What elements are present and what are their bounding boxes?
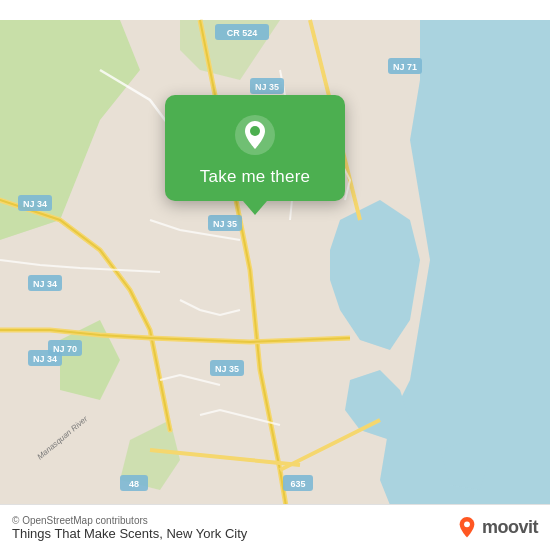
- moovit-brand-text: moovit: [482, 517, 538, 538]
- location-pin-icon: [233, 113, 277, 157]
- svg-point-25: [250, 126, 260, 136]
- svg-point-26: [464, 521, 470, 527]
- bottom-bar: © OpenStreetMap contributors Things That…: [0, 504, 550, 550]
- svg-text:NJ 34: NJ 34: [23, 199, 47, 209]
- svg-text:48: 48: [129, 479, 139, 489]
- moovit-pin-icon: [456, 517, 478, 539]
- svg-text:NJ 35: NJ 35: [213, 219, 237, 229]
- svg-text:CR 524: CR 524: [227, 28, 258, 38]
- svg-text:NJ 35: NJ 35: [215, 364, 239, 374]
- svg-text:NJ 35: NJ 35: [255, 82, 279, 92]
- popup-card[interactable]: Take me there: [165, 95, 345, 201]
- map-background: CR 524 NJ 71 NJ 35 NJ 34 NJ 34 NJ 35 NJ …: [0, 0, 550, 550]
- svg-text:NJ 34: NJ 34: [33, 279, 57, 289]
- map-attribution: © OpenStreetMap contributors: [12, 515, 247, 526]
- svg-text:NJ 71: NJ 71: [393, 62, 417, 72]
- svg-text:635: 635: [290, 479, 305, 489]
- place-name: Things That Make Scents, New York City: [12, 526, 247, 541]
- map-container: CR 524 NJ 71 NJ 35 NJ 34 NJ 34 NJ 35 NJ …: [0, 0, 550, 550]
- take-me-there-button[interactable]: Take me there: [200, 167, 310, 187]
- svg-text:NJ 70: NJ 70: [53, 344, 77, 354]
- moovit-logo: moovit: [456, 517, 538, 539]
